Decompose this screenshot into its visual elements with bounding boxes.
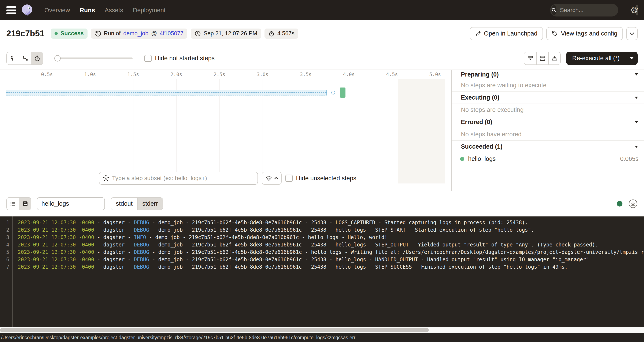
chevron-up-icon bbox=[274, 177, 278, 180]
search-input[interactable] bbox=[560, 7, 636, 14]
log-filter-input[interactable] bbox=[37, 197, 105, 210]
log-line-number: 1 bbox=[0, 219, 9, 226]
log-line-text: 2023-09-21 12:07:30 -0400 - dagster - DE… bbox=[18, 256, 589, 263]
view-tags-config-button[interactable]: View tags and config bbox=[546, 27, 623, 40]
log-line-text: 2023-09-21 12:07:30 -0400 - dagster - DE… bbox=[18, 248, 644, 256]
reexecute-dropdown-button[interactable] bbox=[626, 52, 638, 65]
panel-empty-message: No steps are waiting to execute bbox=[452, 79, 644, 92]
clock-icon bbox=[194, 30, 201, 37]
gantt-view-mode-segment bbox=[6, 52, 43, 65]
hide-unselected-checkbox-row[interactable]: Hide unselected steps bbox=[286, 174, 356, 182]
collapse-chevron-icon bbox=[635, 73, 638, 76]
step-status-panel: Preparing (0)No steps are waiting to exe… bbox=[452, 70, 644, 191]
expand-bottom-pane-button[interactable] bbox=[524, 52, 536, 64]
axis-tick-label: 0.5s bbox=[41, 70, 53, 79]
raw-logs-button[interactable] bbox=[19, 198, 31, 210]
reexecute-button-group: Re-execute all (*) bbox=[566, 52, 638, 65]
log-line-number: 7 bbox=[0, 263, 9, 271]
nav-link-runs[interactable]: Runs bbox=[80, 7, 95, 14]
stopwatch-icon bbox=[268, 30, 275, 37]
axis-tick-label: 5.0s bbox=[429, 70, 441, 79]
global-search[interactable]: / bbox=[550, 4, 618, 16]
collapse-chevron-icon bbox=[635, 146, 638, 148]
log-line: 32023-09-21 12:07:30 -0400 - dagster - I… bbox=[0, 234, 644, 241]
hamburger-menu-icon[interactable] bbox=[6, 6, 16, 14]
axis-tick-label: 4.5s bbox=[386, 70, 398, 79]
nav-link-assets[interactable]: Assets bbox=[105, 7, 123, 14]
timed-view-button[interactable] bbox=[31, 52, 43, 64]
commit-link[interactable]: 4f105077 bbox=[160, 30, 184, 37]
panel-section-header[interactable]: Preparing (0) bbox=[452, 70, 644, 79]
split-pane-icon bbox=[539, 55, 546, 62]
zoom-slider-track[interactable] bbox=[55, 58, 132, 60]
run-actions-dropdown-button[interactable] bbox=[626, 27, 638, 40]
log-line: 52023-09-21 12:07:30 -0400 - dagster - D… bbox=[0, 248, 644, 256]
status-dot bbox=[54, 32, 58, 35]
status-badge: Success bbox=[51, 28, 88, 39]
log-line: 62023-09-21 12:07:30 -0400 - dagster - D… bbox=[0, 256, 644, 263]
run-header: 219c7b51 Success Run of demo_job @ 4f105… bbox=[0, 20, 644, 47]
step-name: hello_logs bbox=[468, 155, 496, 162]
hide-not-started-label: Hide not started steps bbox=[155, 55, 214, 62]
expand-top-pane-button[interactable] bbox=[548, 52, 560, 64]
log-line: 42023-09-21 12:07:30 -0400 - dagster - D… bbox=[0, 241, 644, 248]
pencil-icon bbox=[475, 31, 481, 36]
gantt-step-bar-hello-logs[interactable] bbox=[340, 88, 346, 98]
panel-step-row[interactable]: hello_logs0.065s bbox=[452, 153, 644, 165]
tab-stderr[interactable]: stderr bbox=[137, 198, 162, 210]
pane-down-icon bbox=[527, 55, 534, 62]
step-selector-icon bbox=[103, 175, 109, 181]
nav-link-deployment[interactable]: Deployment bbox=[133, 7, 166, 14]
split-panes-button[interactable] bbox=[536, 52, 548, 64]
scrollbar-thumb[interactable] bbox=[0, 328, 429, 332]
step-subset-field[interactable] bbox=[99, 172, 258, 185]
log-line-text: 2023-09-21 12:07:30 -0400 - dagster - IN… bbox=[18, 234, 387, 241]
step-subset-input[interactable] bbox=[112, 175, 254, 182]
gantt-chart: 0.5s1.0s1.5s2.0s2.5s3.0s3.5s4.0s4.5s5.0s… bbox=[0, 70, 451, 191]
nav-link-overview[interactable]: Overview bbox=[44, 7, 70, 14]
hide-not-started-checkbox-row[interactable]: Hide not started steps bbox=[144, 55, 214, 62]
gridline bbox=[349, 79, 349, 184]
log-line-text: 2023-09-21 12:07:30 -0400 - dagster - DE… bbox=[18, 263, 568, 271]
job-link[interactable]: demo_job bbox=[123, 30, 148, 37]
top-nav: OverviewRunsAssetsDeployment / ⚙ bbox=[0, 0, 644, 20]
flat-view-button[interactable] bbox=[7, 52, 19, 64]
graph-query-toggle-button[interactable] bbox=[262, 172, 282, 185]
zoom-slider-handle[interactable] bbox=[54, 55, 61, 62]
reexecute-all-button[interactable]: Re-execute all (*) bbox=[566, 52, 626, 65]
zoom-slider[interactable] bbox=[55, 55, 132, 62]
gear-icon[interactable]: ⚙ bbox=[630, 6, 638, 14]
panel-section-header[interactable]: Errored (0) bbox=[452, 116, 644, 128]
nav-links: OverviewRunsAssetsDeployment bbox=[44, 7, 166, 14]
waterfall-view-button[interactable] bbox=[19, 52, 31, 64]
layers-icon bbox=[266, 175, 272, 181]
hide-not-started-checkbox[interactable] bbox=[144, 55, 152, 62]
log-horizontal-scrollbar[interactable] bbox=[0, 327, 644, 333]
history-icon bbox=[95, 30, 101, 37]
download-icon[interactable] bbox=[628, 199, 638, 208]
hide-unselected-checkbox[interactable] bbox=[286, 174, 292, 182]
gantt-waiting-band bbox=[6, 90, 327, 96]
panel-section-header[interactable]: Succeeded (1) bbox=[452, 140, 644, 153]
waterfall-icon bbox=[22, 55, 28, 62]
panel-section-title: Executing (0) bbox=[461, 94, 500, 101]
logs-toolbar: stdout stderr bbox=[0, 191, 644, 216]
open-in-launchpad-button[interactable]: Open in Launchpad bbox=[470, 27, 543, 40]
flat-list-icon bbox=[10, 55, 16, 62]
dagster-logo[interactable] bbox=[21, 4, 34, 17]
log-line-text: 2023-09-21 12:07:30 -0400 - dagster - DE… bbox=[18, 226, 534, 234]
panel-section-header[interactable]: Executing (0) bbox=[452, 92, 644, 104]
chevron-down-icon bbox=[630, 31, 634, 35]
tab-stdout[interactable]: stdout bbox=[111, 198, 137, 210]
step-success-dot bbox=[460, 157, 464, 161]
log-line-number: 5 bbox=[0, 248, 9, 256]
log-line-number: 6 bbox=[0, 256, 9, 263]
axis-tick-label: 3.0s bbox=[257, 70, 268, 79]
panel-section-title: Succeeded (1) bbox=[461, 143, 502, 150]
structured-logs-button[interactable] bbox=[7, 198, 19, 210]
pane-up-icon bbox=[552, 55, 558, 62]
log-line-text: 2023-09-21 12:07:30 -0400 - dagster - DE… bbox=[18, 219, 528, 226]
duration-pill: 4.567s bbox=[264, 28, 298, 39]
log-lines: 12023-09-21 12:07:30 -0400 - dagster - D… bbox=[0, 219, 644, 271]
axis-tick-label: 4.0s bbox=[343, 70, 354, 79]
